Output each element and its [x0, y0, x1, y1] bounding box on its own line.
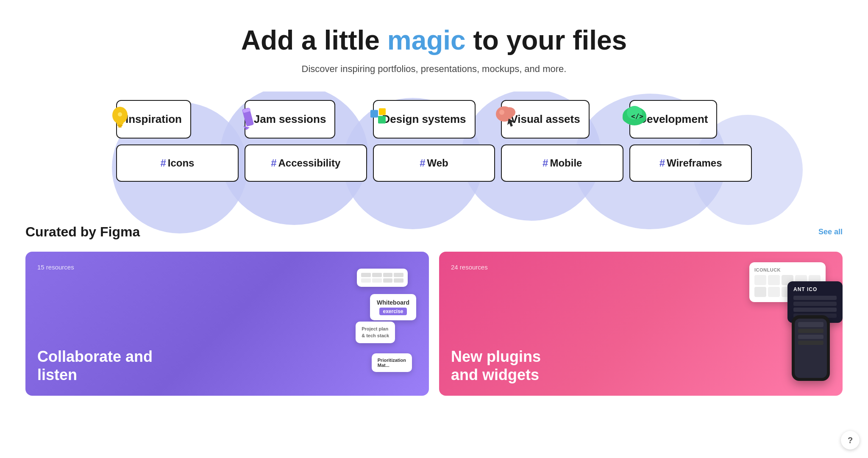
antico-row — [793, 302, 837, 306]
development-button[interactable]: Development — [629, 100, 717, 139]
title-start: Add a little — [241, 25, 387, 56]
grid-cell — [361, 278, 371, 283]
prioritization-card: PrioritizationMat... — [372, 353, 412, 372]
grid-card — [357, 269, 408, 287]
grid-cell — [394, 273, 403, 277]
development-cell: </> Development — [629, 100, 752, 139]
title-magic: magic — [387, 25, 466, 56]
antico-label: ANT ICO — [793, 286, 837, 292]
inspiration-button[interactable]: Inspiration — [116, 100, 191, 139]
whiteboard-deco: Whiteboard exercise Project plan& tech s… — [198, 260, 420, 390]
hashtag-wireframes: # — [659, 157, 665, 169]
mobile-button[interactable]: #Mobile — [501, 144, 623, 182]
grid-cell — [394, 278, 403, 283]
prioritization-text: PrioritizationMat... — [378, 358, 406, 368]
whiteboard-label-card: Whiteboard exercise — [370, 294, 416, 320]
plugins-title: New plugins and widgets — [451, 347, 570, 384]
jam-sessions-cell: Jam sessions — [245, 100, 367, 139]
plugin-label: iconluck — [754, 267, 821, 272]
wireframes-button[interactable]: #Wireframes — [629, 144, 752, 182]
visual-assets-button[interactable]: Visual assets — [501, 100, 589, 139]
phone-screen — [795, 319, 827, 378]
hashtag-accessibility: # — [271, 157, 276, 169]
inspiration-cell: Inspiration — [116, 100, 239, 139]
phone-row — [798, 329, 823, 333]
hero-subtitle: Discover inspiring portfolios, presentat… — [17, 64, 851, 75]
icon-cell — [754, 275, 766, 285]
category-grid: Inspiration Jam sessions — [116, 100, 752, 182]
hashtag-mobile: # — [542, 157, 548, 169]
grid-inner — [361, 273, 403, 283]
grid-cell — [383, 273, 393, 277]
project-plan-card: Project plan& tech stack — [356, 322, 395, 343]
grid-cell — [372, 273, 382, 277]
visual-assets-cell: Visual assets — [501, 100, 623, 139]
phone-mockup — [792, 315, 830, 381]
accessibility-button[interactable]: #Accessibility — [245, 144, 367, 182]
plugin-deco: iconluck — [596, 256, 838, 393]
hero-title: Add a little magic to your files — [17, 25, 851, 55]
grid-cell — [383, 278, 393, 283]
grid-cell — [361, 273, 371, 277]
plugins-card[interactable]: 24 resources New plugins and widgets ico… — [439, 252, 843, 396]
grid-cell — [372, 278, 382, 283]
antico-row — [793, 308, 837, 312]
design-systems-cell: Design systems — [373, 100, 495, 139]
hero-section: Add a little magic to your files Discove… — [0, 0, 868, 75]
curated-section: Curated by Figma See all 15 resources Co… — [0, 207, 868, 404]
icon-cell — [768, 275, 780, 285]
category-section: Inspiration Jam sessions — [0, 92, 868, 207]
hashtag-web: # — [420, 157, 425, 169]
project-plan-text: Project plan& tech stack — [362, 326, 389, 339]
title-end: to your files — [466, 25, 627, 56]
jam-sessions-button[interactable]: Jam sessions — [245, 100, 336, 139]
icons-button[interactable]: #Icons — [116, 144, 239, 182]
exercise-badge: exercise — [379, 308, 406, 315]
web-button[interactable]: #Web — [373, 144, 495, 182]
whiteboard-label: Whiteboard — [377, 299, 409, 306]
antico-row — [793, 296, 837, 300]
collaborate-badge: 15 resources — [37, 264, 74, 271]
antico-items — [793, 296, 837, 318]
plugins-badge: 24 resources — [451, 264, 488, 271]
phone-row — [798, 335, 823, 339]
icon-cell — [768, 287, 780, 297]
cards-row: 15 resources Collaborate and listen — [25, 252, 843, 396]
collaborate-title: Collaborate and listen — [37, 347, 156, 384]
hashtag-icons: # — [160, 157, 166, 169]
phone-row — [798, 341, 823, 345]
phone-row — [798, 322, 823, 327]
design-systems-button[interactable]: Design systems — [373, 100, 476, 139]
collaborate-card[interactable]: 15 resources Collaborate and listen — [25, 252, 429, 396]
page-wrapper: Add a little magic to your files Discove… — [0, 0, 868, 404]
icon-cell — [754, 287, 766, 297]
